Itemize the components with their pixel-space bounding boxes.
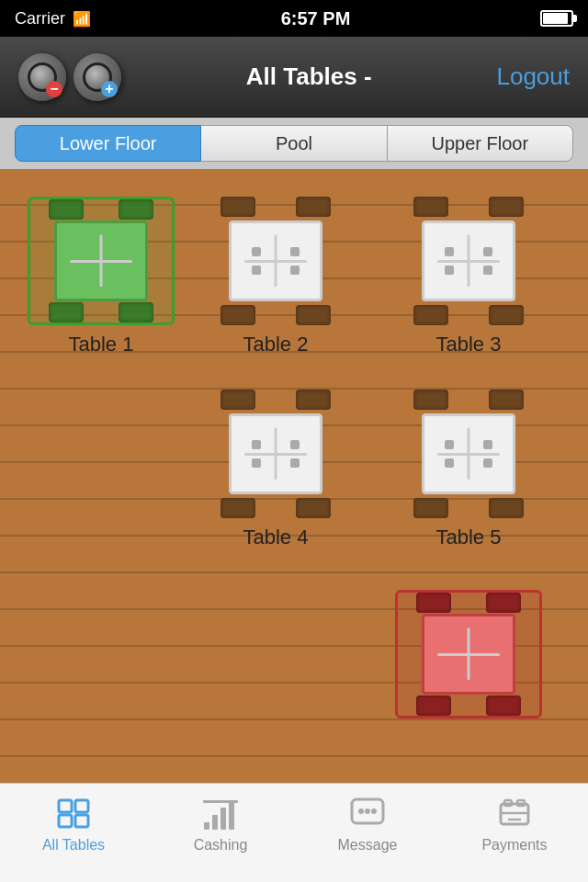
svg-point-10: [358, 808, 364, 814]
table-4-visual: [202, 390, 349, 518]
clip: [290, 440, 300, 449]
table-6-slot[interactable]: [395, 590, 542, 718]
clip: [483, 266, 492, 275]
chair: [220, 390, 255, 410]
floor-area: Table 1 Table 2: [0, 169, 588, 783]
table-5-visual: [395, 390, 542, 518]
tab-bar: All Tables Cashing Message: [0, 783, 588, 882]
table-decoration: [100, 234, 103, 287]
minus-badge: −: [46, 81, 62, 97]
chair: [296, 305, 331, 325]
table-3-label: Table 3: [436, 333, 502, 356]
battery-icon: [540, 10, 573, 27]
table-1-slot[interactable]: Table 1: [28, 197, 175, 356]
cashing-icon: [200, 793, 241, 833]
svg-point-11: [365, 808, 370, 814]
nav-bar: − + All Tables - Logout: [0, 37, 588, 118]
svg-rect-1: [59, 815, 72, 827]
table-surface: [422, 220, 515, 301]
chair: [49, 199, 84, 220]
logout-button[interactable]: Logout: [496, 62, 570, 91]
clip: [483, 458, 492, 468]
tab-all-tables[interactable]: All Tables: [0, 793, 147, 854]
chair: [489, 390, 524, 410]
table-2-label: Table 2: [243, 333, 309, 356]
table-surface: [422, 413, 515, 494]
svg-rect-8: [203, 800, 238, 803]
nav-title: All Tables -: [246, 62, 372, 91]
clip: [290, 247, 300, 256]
svg-rect-0: [59, 800, 72, 812]
chair: [489, 305, 524, 325]
tab-upper-floor[interactable]: Upper Floor: [387, 125, 573, 162]
chair: [486, 593, 521, 613]
table-1-label: Table 1: [69, 333, 134, 356]
chair: [486, 695, 521, 716]
svg-rect-5: [212, 815, 218, 830]
svg-rect-2: [75, 800, 88, 812]
zoom-out-button[interactable]: −: [18, 53, 66, 101]
tab-pool[interactable]: Pool: [201, 125, 386, 162]
table-decoration: [468, 234, 470, 287]
floor-tabs: Lower Floor Pool Upper Floor: [0, 118, 588, 169]
table-surface: [422, 614, 515, 695]
svg-rect-7: [229, 802, 234, 830]
svg-point-12: [371, 808, 377, 814]
clip: [252, 458, 261, 468]
clip: [252, 247, 261, 256]
table-decoration: [275, 234, 277, 287]
table-4-slot[interactable]: Table 4: [202, 390, 349, 549]
table-3-slot[interactable]: Table 3: [395, 197, 542, 356]
chair: [413, 305, 448, 325]
tables-icon: [53, 793, 94, 833]
chair: [489, 498, 524, 518]
zoom-controls: − +: [18, 53, 121, 101]
chair: [413, 390, 448, 410]
chair: [413, 197, 448, 217]
tab-cashing[interactable]: Cashing: [147, 793, 294, 854]
svg-rect-3: [75, 815, 88, 827]
status-left: Carrier 📶: [15, 9, 91, 28]
chair: [220, 305, 255, 325]
clip: [445, 440, 454, 449]
payments-icon: [494, 793, 535, 833]
table-surface: [54, 220, 148, 301]
table-4-label: Table 4: [243, 526, 309, 549]
chair: [220, 197, 255, 217]
status-right: [540, 10, 573, 27]
tab-message[interactable]: Message: [294, 793, 441, 854]
chair: [296, 498, 331, 518]
clip: [445, 458, 454, 468]
clip: [483, 440, 492, 449]
table-3-visual: [395, 197, 542, 325]
table-5-slot[interactable]: Table 5: [395, 390, 542, 549]
zoom-in-button[interactable]: +: [74, 53, 121, 101]
table-decoration: [468, 628, 470, 680]
svg-rect-4: [204, 822, 209, 830]
chair: [296, 390, 331, 410]
plus-badge: +: [101, 81, 118, 97]
table-5-label: Table 5: [436, 526, 502, 549]
clip: [290, 458, 300, 468]
time-label: 6:57 PM: [281, 8, 351, 29]
tab-payments[interactable]: Payments: [441, 793, 588, 854]
clip: [290, 266, 300, 275]
table-2-visual: [202, 197, 349, 325]
clip: [483, 247, 492, 256]
table-surface: [229, 413, 322, 494]
tab-payments-label: Payments: [481, 837, 547, 854]
chair: [119, 199, 153, 220]
chair: [220, 498, 255, 518]
wifi-icon: 📶: [73, 10, 91, 28]
chair: [416, 593, 451, 613]
chair: [296, 197, 331, 217]
table-surface: [229, 220, 322, 301]
chair: [489, 197, 524, 217]
tab-all-tables-label: All Tables: [42, 837, 105, 854]
clip: [445, 266, 454, 275]
clip: [252, 266, 261, 275]
table-2-slot[interactable]: Table 2: [202, 197, 349, 356]
tab-lower-floor[interactable]: Lower Floor: [15, 125, 201, 162]
clip: [252, 440, 261, 449]
svg-rect-6: [220, 808, 226, 830]
